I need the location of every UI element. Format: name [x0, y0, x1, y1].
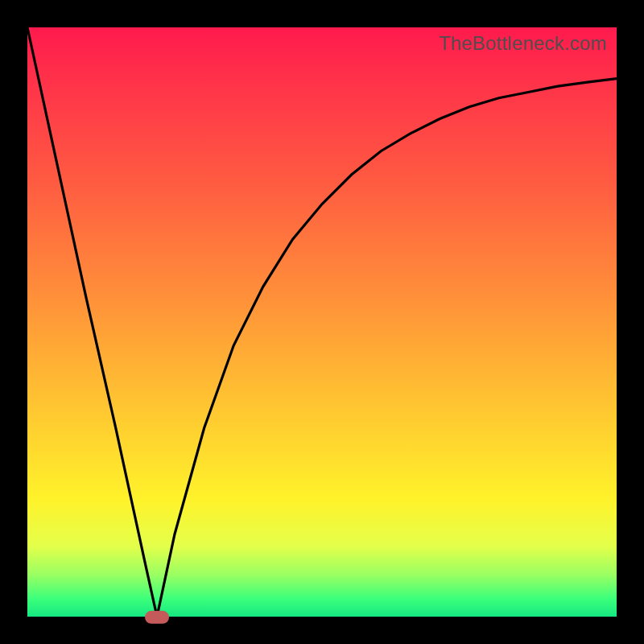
- curve-path: [27, 27, 617, 617]
- optimum-marker: [145, 611, 169, 624]
- bottleneck-curve: [27, 27, 617, 617]
- chart-frame: TheBottleneck.com: [0, 0, 644, 644]
- plot-area: TheBottleneck.com: [27, 27, 617, 617]
